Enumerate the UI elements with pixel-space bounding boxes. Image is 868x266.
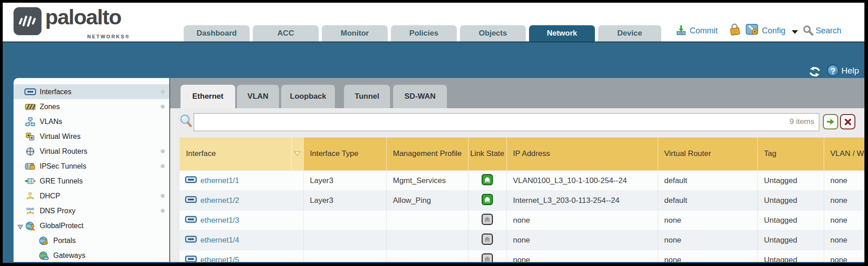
tab-policies[interactable]: Policies — [391, 25, 457, 41]
tab-network[interactable]: Network — [529, 25, 595, 41]
table-row[interactable]: ethernet1/5 none none Untagged none — [180, 250, 864, 262]
filter-input[interactable] — [196, 115, 771, 130]
commit-button[interactable]: Commit — [690, 26, 718, 36]
help-label[interactable]: Help — [841, 66, 859, 76]
brand-name: paloalto — [45, 5, 121, 29]
cell-tag: Untagged — [757, 250, 824, 262]
expander-slot[interactable] — [17, 179, 24, 184]
column-header-vlan-wire[interactable]: VLAN / Wire — [824, 138, 864, 171]
expander-slot[interactable] — [17, 89, 24, 95]
item-dot — [161, 105, 165, 109]
table-row[interactable]: ethernet1/4 none none Untagged none — [180, 230, 864, 250]
interface-link[interactable]: ethernet1/2 — [200, 196, 239, 205]
sidebar-item-interfaces[interactable]: Interfaces — [14, 84, 169, 99]
cell-virtual-router: none — [658, 250, 757, 262]
apply-filter-button[interactable] — [823, 114, 838, 129]
filter-search-icon — [179, 114, 192, 128]
lock-icon[interactable] — [728, 22, 742, 37]
link-down-icon — [482, 218, 493, 227]
cell-management-profile — [386, 211, 468, 230]
cell-management-profile — [386, 250, 468, 262]
filter-field: 9 items — [194, 113, 819, 131]
expander-slot[interactable] — [17, 104, 24, 110]
sort-menu-button[interactable] — [291, 138, 303, 171]
config-button[interactable]: Config — [762, 26, 785, 36]
subtab-loopback[interactable]: Loopback — [281, 85, 335, 108]
cell-link-state — [468, 230, 506, 250]
expander-slot[interactable] — [17, 119, 24, 124]
subtab-vlan[interactable]: VLAN — [237, 85, 279, 108]
help-icon[interactable]: ? — [827, 64, 839, 77]
table-row[interactable]: ethernet1/3 none none Untagged none — [180, 211, 864, 230]
tab-monitor[interactable]: Monitor — [322, 25, 388, 41]
cell-management-profile: Allow_Ping — [386, 191, 468, 211]
search-button[interactable]: Search — [816, 26, 841, 36]
virtual-wires-icon — [24, 132, 36, 141]
expander-slot[interactable] — [17, 208, 24, 214]
sidebar-item-dns-proxy[interactable]: DNS DNS Proxy — [14, 203, 169, 218]
column-header-virtual-router[interactable]: Virtual Router — [658, 138, 757, 171]
sidebar-item-zones[interactable]: Zones — [14, 99, 169, 114]
commit-icon[interactable] — [675, 24, 687, 36]
column-header-ip-address[interactable]: IP Address — [506, 138, 658, 171]
ethernet-interface-icon — [185, 196, 197, 205]
sidebar-item-globalprotect[interactable]: GlobalProtect — [14, 218, 169, 233]
sidebar-item-gre-tunnels[interactable]: GRE Tunnels — [14, 174, 169, 188]
interface-link[interactable]: ethernet1/4 — [200, 236, 239, 245]
sidebar-item-virtual-routers[interactable]: Virtual Routers — [14, 144, 169, 159]
column-header-link-state[interactable]: Link State — [468, 138, 506, 171]
app-header: paloalto NETWORKS® DashboardACCMonitorPo… — [3, 3, 864, 41]
tab-objects[interactable]: Objects — [460, 25, 526, 41]
column-header-management-profile[interactable]: Management Profile — [386, 138, 468, 171]
cell-ip-address: Internet_L3_203-0-113-254--24 — [506, 191, 658, 211]
table-row[interactable]: ethernet1/1 Layer3 Mgmt_Services VLAN010… — [180, 171, 864, 191]
expander-slot[interactable] — [17, 134, 24, 139]
item-dot — [161, 209, 165, 213]
search-icon[interactable] — [803, 25, 813, 36]
expander-slot[interactable] — [17, 164, 24, 169]
interface-link[interactable]: ethernet1/5 — [200, 256, 239, 262]
subtab-strip: EthernetVLANLoopbackTunnelSD-WAN — [170, 78, 864, 108]
refresh-icon[interactable] — [808, 66, 822, 77]
sidebar-item-virtual-wires[interactable]: Virtual Wires — [14, 129, 169, 144]
chevron-down-icon[interactable] — [792, 30, 798, 34]
sidebar-item-vlans[interactable]: VLANs — [14, 114, 169, 129]
tab-acc[interactable]: ACC — [253, 25, 319, 41]
subtab-ethernet[interactable]: Ethernet — [181, 85, 235, 108]
table-row[interactable]: ethernet1/2 Layer3 Allow_Ping Internet_L… — [180, 191, 864, 211]
ethernet-interface-icon — [185, 236, 197, 245]
link-down-icon — [482, 258, 493, 262]
column-header-interface-type[interactable]: Interface Type — [303, 138, 386, 171]
tab-device[interactable]: Device — [598, 25, 661, 41]
cell-interface-type — [303, 211, 386, 230]
cell-virtual-router: none — [658, 211, 757, 230]
sidebar-item-ipsec-tunnels[interactable]: IPSec Tunnels — [14, 159, 169, 174]
item-dot — [161, 90, 165, 94]
cell-virtual-router: default — [658, 171, 757, 191]
sidebar-item-portals[interactable]: Portals — [14, 233, 169, 248]
sidebar-item-gateways[interactable]: Gateways — [14, 248, 169, 262]
clear-filter-button[interactable] — [840, 114, 855, 129]
config-icon[interactable] — [746, 23, 759, 36]
sidebar-item-dhcp[interactable]: IP DHCP — [14, 188, 169, 203]
expander-down-icon[interactable] — [17, 223, 24, 229]
column-header-interface[interactable]: Interface — [180, 138, 291, 171]
tab-dashboard[interactable]: Dashboard — [184, 25, 250, 41]
cell-vlan-wire: none — [824, 250, 864, 262]
sidebar-item-label: Virtual Routers — [40, 147, 88, 156]
subtab-tunnel[interactable]: Tunnel — [344, 85, 390, 108]
sidebar-item-label: DNS Proxy — [40, 207, 75, 215]
subtab-sd-wan[interactable]: SD-WAN — [393, 85, 447, 108]
interfaces-icon — [24, 87, 36, 96]
expander-slot[interactable] — [31, 253, 37, 258]
expander-slot[interactable] — [31, 238, 37, 243]
interface-link[interactable]: ethernet1/3 — [200, 216, 239, 225]
expander-slot[interactable] — [17, 193, 24, 199]
ethernet-interface-icon — [185, 216, 197, 225]
column-header-tag[interactable]: Tag — [757, 138, 824, 171]
gre-tunnels-icon — [24, 176, 36, 186]
cell-vlan-wire: none — [824, 191, 864, 211]
sidebar-nav: Interfaces Zones VLANs Virtual Wires Vir… — [14, 78, 170, 262]
expander-slot[interactable] — [17, 149, 24, 154]
interface-link[interactable]: ethernet1/1 — [200, 176, 239, 185]
